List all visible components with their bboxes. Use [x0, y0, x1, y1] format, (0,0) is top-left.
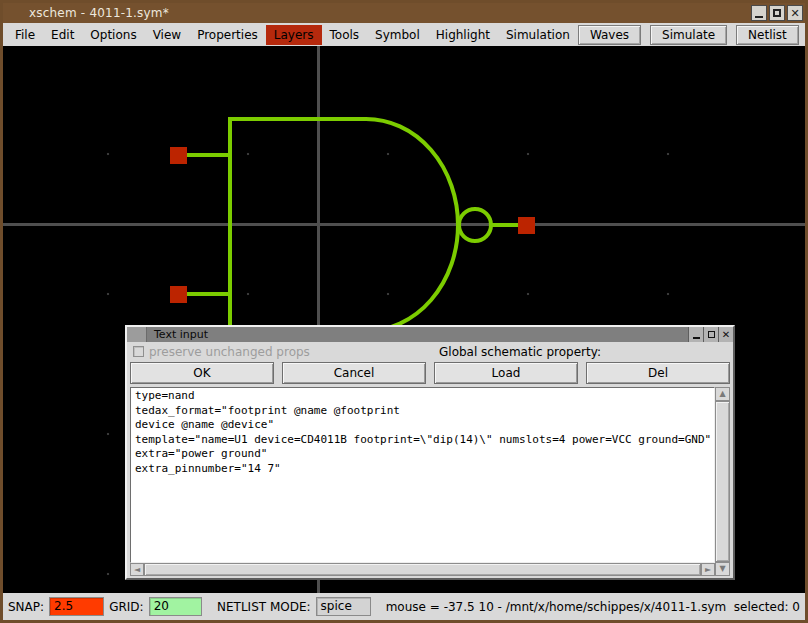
dialog-button-row: OK Cancel Load Del [127, 361, 733, 386]
dialog-window-controls: ✕ [688, 327, 733, 342]
dialog-titlebar[interactable]: Text input ✕ [127, 327, 733, 342]
text-line: tedax_format="footprint @name @footprint [135, 404, 400, 417]
window-controls: ✕ [751, 5, 803, 21]
text-line: extra="power ground" [135, 447, 267, 460]
horizontal-scroll-thumb[interactable] [144, 563, 701, 576]
minimize-icon [693, 337, 700, 339]
netlist-button[interactable]: Netlist [736, 25, 799, 45]
snap-entry[interactable]: 2.5 [49, 597, 104, 616]
text-input-dialog: Text input ✕ preserve unchanged props Gl… [125, 325, 735, 580]
pin-input-a[interactable] [170, 147, 187, 164]
horizontal-scrollbar[interactable]: ◄ ► [130, 563, 715, 576]
text-line: template="name=U1 device=CD4011B footpri… [135, 433, 711, 446]
scroll-left-icon[interactable]: ◄ [130, 563, 144, 576]
window-titlebar[interactable]: xschem - 4011-1.sym* ✕ [3, 3, 805, 23]
menubar: File Edit Options View Properties Layers… [3, 23, 805, 46]
menu-simulation[interactable]: Simulation [498, 25, 578, 45]
cancel-button[interactable]: Cancel [282, 362, 426, 384]
menu-symbol[interactable]: Symbol [367, 25, 428, 45]
close-button[interactable]: ✕ [787, 5, 803, 21]
statusbar: SNAP: 2.5 GRID: 20 NETLIST MODE: spice m… [3, 593, 805, 620]
menu-edit[interactable]: Edit [43, 25, 82, 45]
menu-right-buttons: Waves Simulate Netlist Help [578, 25, 808, 45]
close-icon: ✕ [722, 330, 730, 340]
minimize-button[interactable] [751, 5, 767, 21]
load-button[interactable]: Load [434, 362, 578, 384]
pin-output[interactable] [518, 217, 535, 234]
global-property-label: Global schematic property: [439, 345, 601, 359]
gate-body-curve[interactable] [228, 119, 458, 331]
preserve-props-label: preserve unchanged props [149, 345, 310, 359]
menu-file[interactable]: File [7, 25, 43, 45]
dialog-close-button[interactable]: ✕ [718, 327, 733, 342]
inversion-bubble[interactable] [459, 209, 491, 241]
xschem-window: xschem - 4011-1.sym* ✕ File Edit Options… [0, 0, 808, 623]
close-icon: ✕ [790, 8, 799, 19]
mouse-status-text: mouse = -37.5 10 - /mnt/x/home/schippes/… [386, 600, 800, 614]
menu-properties[interactable]: Properties [189, 25, 266, 45]
minimize-icon [755, 16, 763, 18]
scroll-up-icon[interactable]: ▲ [715, 387, 730, 401]
netlist-mode-entry[interactable]: spice [316, 597, 371, 616]
dialog-window-menu-button[interactable] [127, 327, 147, 342]
pin-input-b[interactable] [170, 286, 187, 303]
vertical-scrollbar[interactable]: ▲ ▼ [715, 387, 730, 576]
grid-entry[interactable]: 20 [149, 597, 202, 616]
text-line: type=nand [135, 389, 195, 402]
ok-button[interactable]: OK [130, 362, 274, 384]
vertical-scroll-thumb[interactable] [715, 401, 730, 562]
scroll-down-icon[interactable]: ▼ [715, 562, 730, 576]
dialog-body: type=nand tedax_format="footprint @name … [130, 387, 730, 576]
menu-layers[interactable]: Layers [266, 25, 322, 45]
dialog-title: Text input [154, 328, 208, 341]
snap-label: SNAP: [8, 600, 44, 614]
window-title: xschem - 4011-1.sym* [29, 6, 169, 20]
maximize-icon [708, 331, 715, 338]
menu-options[interactable]: Options [82, 25, 144, 45]
text-line: extra_pinnumber="14 7" [135, 462, 281, 475]
del-button[interactable]: Del [586, 362, 730, 384]
waves-button[interactable]: Waves [578, 25, 641, 45]
dialog-minimize-button[interactable] [688, 327, 703, 342]
maximize-button[interactable] [769, 5, 785, 21]
dialog-maximize-button[interactable] [703, 327, 718, 342]
menu-highlight[interactable]: Highlight [428, 25, 498, 45]
maximize-icon [773, 9, 781, 17]
preserve-props-checkbox[interactable] [133, 346, 144, 357]
menu-tools[interactable]: Tools [322, 25, 368, 45]
text-line: device @name @device" [135, 418, 274, 431]
menu-view[interactable]: View [145, 25, 189, 45]
simulate-button[interactable]: Simulate [650, 25, 727, 45]
netlist-mode-label: NETLIST MODE: [217, 600, 311, 614]
dialog-option-row: preserve unchanged props Global schemati… [127, 342, 733, 361]
schematic-canvas[interactable]: Text input ✕ preserve unchanged props Gl… [3, 46, 805, 593]
scroll-right-icon[interactable]: ► [701, 563, 715, 576]
grid-label: GRID: [109, 600, 143, 614]
property-text-editor[interactable]: type=nand tedax_format="footprint @name … [130, 387, 715, 563]
